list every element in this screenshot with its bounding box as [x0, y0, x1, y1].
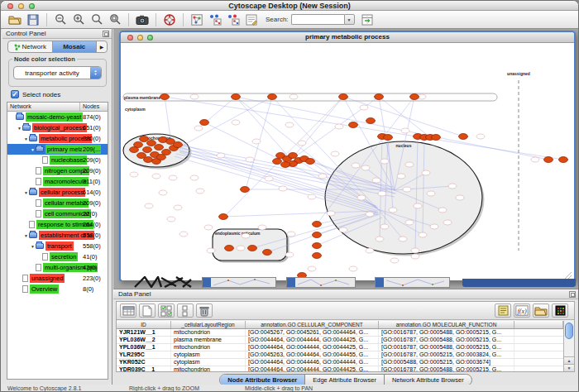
network-node-unselected[interactable]: [360, 105, 368, 110]
network-node-unselected[interactable]: [279, 186, 287, 191]
column-header[interactable]: annotation.GO CELLULAR_COMPONENT: [246, 321, 379, 328]
network-node-unselected[interactable]: [285, 122, 294, 127]
network-node-selected[interactable]: [313, 232, 322, 238]
tree-row-response-to-stimulu[interactable]: response to stimulu264(0): [7, 219, 108, 230]
network-node-unselected[interactable]: [380, 224, 389, 229]
table-cell[interactable]: [GO:0016787, GO:0005215, GO:0003824, G..…: [379, 351, 514, 358]
network-node-selected[interactable]: [559, 157, 568, 163]
network-node-unselected[interactable]: [258, 225, 266, 230]
network-node-selected[interactable]: [130, 147, 139, 153]
network-node-selected[interactable]: [313, 253, 322, 259]
network-view-button[interactable]: [189, 12, 205, 27]
network-node-selected[interactable]: [143, 147, 152, 153]
column-header[interactable]: ID: [117, 321, 171, 328]
table-row[interactable]: YDR039C__1mitochondrion[GO:0044464, GO:0…: [117, 366, 563, 371]
network-node-unselected[interactable]: [366, 212, 374, 217]
unselect-attributes-button[interactable]: [177, 304, 194, 318]
tree-row-mosaic-demo-yeast[interactable]: mosaic-demo-yeast874(0): [7, 112, 108, 122]
network-node-selected[interactable]: [544, 157, 553, 163]
network-node-unselected[interactable]: [476, 134, 485, 139]
tree-row-transport[interactable]: ▼transport558(0): [7, 241, 108, 251]
tab-mosaic[interactable]: Mosaic: [53, 41, 98, 52]
network-node-unselected[interactable]: [401, 128, 409, 133]
network-node-unselected[interactable]: [430, 224, 438, 229]
table-cell[interactable]: mitochondrion: [171, 344, 246, 351]
zoom-out-button[interactable]: [52, 12, 69, 27]
scroll-up-icon[interactable]: ▲: [564, 356, 574, 364]
network-canvas[interactable]: plasma membranecytoplasmmitochondrionnuc…: [122, 44, 573, 280]
network-node-unselected[interactable]: [318, 174, 327, 179]
network-node-unselected[interactable]: [194, 126, 203, 131]
network-node-unselected[interactable]: [190, 175, 199, 180]
tree-row-multi-organism-pro[interactable]: multi-organism pro42(0): [7, 262, 108, 273]
import-attributes-button[interactable]: [359, 12, 376, 27]
tree-row-nucleobase-[interactable]: nucleobase-209(0): [7, 155, 108, 165]
network-graph[interactable]: plasma membranecytoplasmmitochondrionnuc…: [122, 44, 573, 280]
disclosure-triangle-icon[interactable]: ▼: [30, 147, 36, 152]
table-cell[interactable]: YPL036W__1: [117, 344, 171, 351]
search-dropdown-icon[interactable]: ▼: [344, 14, 355, 25]
table-cell[interactable]: [GO:0016787, GO:0005488, GO:0005215, G..…: [379, 329, 514, 336]
network-node-unselected[interactable]: [265, 176, 273, 181]
attribute-matrix-button[interactable]: [552, 304, 568, 318]
network-node-unselected[interactable]: [378, 191, 386, 196]
network-node-selected[interactable]: [160, 94, 170, 100]
column-header[interactable]: annotation.GO MOLECULAR_FUNCTION: [379, 321, 514, 328]
network-node-unselected[interactable]: [190, 94, 199, 99]
network-node-unselected[interactable]: [389, 208, 397, 213]
table-cell[interactable]: [GO:0044464, GO:0044444, GO:0044425, G..…: [246, 366, 379, 371]
network-node-selected[interactable]: [147, 141, 156, 146]
network-node-unselected[interactable]: [352, 163, 360, 168]
network-node-selected[interactable]: [157, 155, 166, 160]
tree-row-cellular-process[interactable]: ▼cellular process614(0): [7, 187, 108, 198]
network-node-unselected[interactable]: [152, 174, 160, 179]
network-node-selected[interactable]: [225, 246, 234, 251]
background-window-fragment[interactable]: [202, 277, 276, 288]
modify-network-1-button[interactable]: [207, 12, 223, 27]
network-node-selected[interactable]: [174, 142, 183, 148]
network-node-unselected[interactable]: [443, 220, 452, 225]
zoom-fit-button[interactable]: [89, 12, 105, 27]
network-node-unselected[interactable]: [448, 184, 457, 189]
table-cell[interactable]: [GO:0005488, GO:0005215, GO:0003674]: [379, 359, 514, 366]
network-node-selected[interactable]: [137, 153, 146, 159]
network-node-selected[interactable]: [289, 153, 298, 159]
tree-row-primary-metabol[interactable]: ▼primary metabol209(...: [7, 144, 108, 155]
network-node-selected[interactable]: [200, 120, 209, 126]
network-node-unselected[interactable]: [285, 252, 294, 257]
table-row[interactable]: YKR052Ccytoplasm[GO:0044464, GO:0044446,…: [117, 359, 563, 366]
network-node-selected[interactable]: [263, 250, 272, 256]
network-node-unselected[interactable]: [531, 157, 539, 162]
network-node-unselected[interactable]: [237, 246, 245, 251]
network-node-selected[interactable]: [268, 94, 277, 100]
network-node-unselected[interactable]: [390, 258, 399, 263]
network-node-unselected[interactable]: [169, 175, 177, 180]
network-node-unselected[interactable]: [419, 232, 427, 237]
disclosure-triangle-icon[interactable]: ▼: [23, 233, 29, 238]
attribute-editor-button[interactable]: [495, 304, 511, 318]
network-node-selected[interactable]: [366, 118, 376, 124]
tab-overflow-button[interactable]: ▶: [97, 41, 107, 52]
table-cell[interactable]: [GO:0044464, GO:0044444, GO:0044425, G..…: [246, 344, 379, 351]
network-node-selected[interactable]: [281, 162, 290, 168]
tree-row-cell-communicat[interactable]: cell communicat22(0): [7, 208, 108, 219]
background-window-fragment[interactable]: [286, 277, 356, 288]
network-node-unselected[interactable]: [411, 254, 419, 259]
network-node-unselected[interactable]: [246, 157, 254, 162]
network-node-unselected[interactable]: [422, 170, 430, 175]
network-node-unselected[interactable]: [174, 205, 182, 210]
network-node-unselected[interactable]: [397, 174, 405, 179]
table-cell[interactable]: mitochondrion: [171, 329, 246, 336]
network-node-selected[interactable]: [313, 222, 322, 227]
table-cell[interactable]: [GO:0045267, GO:0045261, GO:0044464, G..…: [246, 329, 379, 336]
table-row[interactable]: YPL036W__2plasma membrane[GO:0044464, GO…: [117, 337, 563, 344]
select-nodes-checkbox[interactable]: ✓: [11, 90, 19, 98]
column-header[interactable]: _cellularLayoutRegion: [171, 321, 246, 328]
network-node-unselected[interactable]: [339, 227, 347, 232]
network-node-selected[interactable]: [459, 134, 468, 140]
tree-row-cellular-metabo[interactable]: cellular metabo209(0): [7, 198, 108, 208]
tree-row-nitrogen-compo[interactable]: nitrogen compo209(0): [7, 165, 108, 176]
network-node-unselected[interactable]: [366, 248, 374, 253]
tree-column-nodes[interactable]: Nodes: [80, 103, 108, 111]
network-node-selected[interactable]: [232, 94, 241, 100]
